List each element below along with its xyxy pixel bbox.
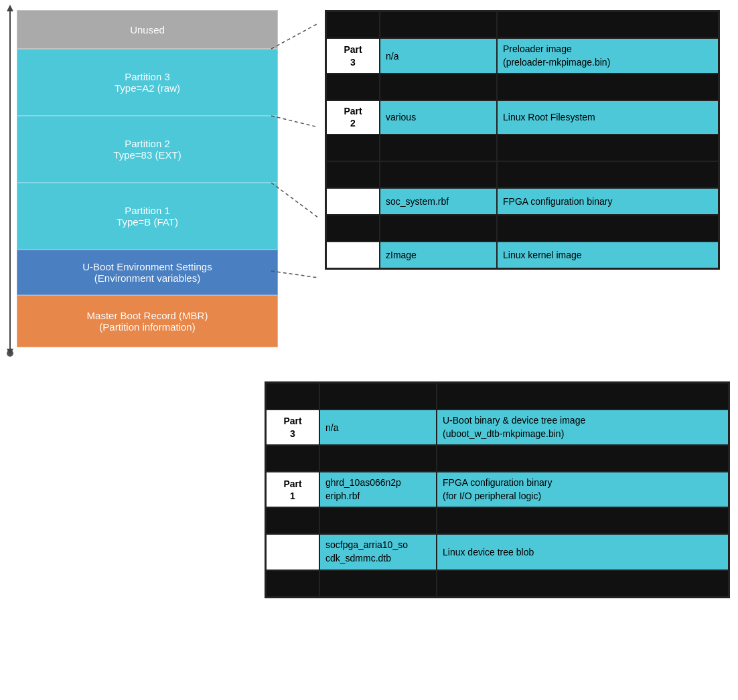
partition-unused: Unused	[17, 10, 278, 49]
top-right-table: Part3 n/a Preloader image(preloader-mkpi…	[325, 10, 720, 270]
partition-2-label: Partition 2Type=83 (EXT)	[113, 138, 181, 161]
bot-r5c2	[319, 507, 437, 534]
top-r1c2	[380, 11, 497, 38]
arrow-line	[9, 10, 11, 350]
bot-r4c2: ghrd_10as066n2periph.rbf	[319, 472, 437, 507]
top-r4c1: Part2	[326, 100, 380, 134]
top-r5c3	[497, 135, 719, 161]
bot-r3c2	[319, 445, 437, 472]
bot-r6c1	[266, 534, 319, 570]
svg-line-2	[271, 183, 318, 217]
top-r9c1	[326, 242, 380, 268]
top-r9c3: Linux kernel image	[497, 242, 719, 268]
bot-r7c2	[319, 570, 437, 597]
bot-r1c3	[437, 383, 729, 410]
partition-unused-label: Unused	[130, 24, 165, 35]
bot-r5c3	[437, 507, 729, 534]
uboot-env-block: U-Boot Environment Settings(Environment …	[17, 250, 278, 295]
bottom-diagram: Part3 n/a U-Boot binary & device tree im…	[265, 381, 730, 598]
top-r8c3	[497, 215, 719, 242]
svg-line-1	[271, 116, 318, 127]
vertical-arrow	[7, 10, 13, 358]
svg-line-3	[271, 271, 318, 278]
bot-r6c2: socfpga_arria10_socdk_sdmmc.dtb	[319, 534, 437, 570]
main-container: Unused Partition 3Type=A2 (raw) Partitio…	[0, 0, 738, 700]
top-r7c2: soc_system.rbf	[380, 188, 497, 215]
top-r8c1	[326, 215, 380, 242]
bottom-table-grid: Part3 n/a U-Boot binary & device tree im…	[265, 381, 730, 598]
top-r2c2: n/a	[380, 38, 497, 74]
bot-r1c1	[266, 383, 319, 410]
svg-line-0	[271, 23, 318, 49]
bot-r3c3	[437, 445, 729, 472]
partition-3: Partition 3Type=A2 (raw)	[17, 49, 278, 116]
bot-r2c2: n/a	[319, 410, 437, 445]
top-r2c1: Part3	[326, 38, 380, 74]
top-r1c3	[497, 11, 719, 38]
bot-r7c1	[266, 570, 319, 597]
top-table-grid: Part3 n/a Preloader image(preloader-mkpi…	[325, 10, 720, 270]
dashed-connectors	[271, 10, 325, 358]
top-r8c2	[380, 215, 497, 242]
top-r3c2	[380, 74, 497, 100]
bot-r1c2	[319, 383, 437, 410]
top-r7c1	[326, 188, 380, 215]
top-r6c2	[380, 161, 497, 188]
bot-r4c3: FPGA configuration binary(for I/O periph…	[437, 472, 729, 507]
top-r3c1	[326, 74, 380, 100]
top-r5c1	[326, 135, 380, 161]
partition-1: Partition 1Type=B (FAT)	[17, 183, 278, 250]
top-r4c2: various	[380, 100, 497, 134]
top-r6c3	[497, 161, 719, 188]
top-r1c1	[326, 11, 380, 38]
mbr-label: Master Boot Record (MBR)(Partition infor…	[87, 310, 208, 333]
bot-r3c1	[266, 445, 319, 472]
mbr-block: Master Boot Record (MBR)(Partition infor…	[17, 295, 278, 347]
partition-stack: Unused Partition 3Type=A2 (raw) Partitio…	[17, 10, 278, 347]
top-r3c3	[497, 74, 719, 100]
partition-3-label: Partition 3Type=A2 (raw)	[115, 71, 180, 94]
bot-r4c1: Part1	[266, 472, 319, 507]
bot-r6c3: Linux device tree blob	[437, 534, 729, 570]
top-r9c2: zImage	[380, 242, 497, 268]
top-r5c2	[380, 135, 497, 161]
uboot-env-label: U-Boot Environment Settings(Environment …	[82, 261, 212, 284]
bot-r2c3: U-Boot binary & device tree image(uboot_…	[437, 410, 729, 445]
top-diagram: Unused Partition 3Type=A2 (raw) Partitio…	[7, 10, 731, 358]
top-r4c3: Linux Root Filesystem	[497, 100, 719, 134]
bot-r7c3	[437, 570, 729, 597]
top-r2c3: Preloader image(preloader-mkpimage.bin)	[497, 38, 719, 74]
partition-1-label: Partition 1Type=B (FAT)	[117, 205, 178, 228]
top-r6c1	[326, 161, 380, 188]
partition-2: Partition 2Type=83 (EXT)	[17, 116, 278, 183]
top-r7c3: FPGA configuration binary	[497, 188, 719, 215]
bot-r5c1	[266, 507, 319, 534]
bot-r2c1: Part3	[266, 410, 319, 445]
